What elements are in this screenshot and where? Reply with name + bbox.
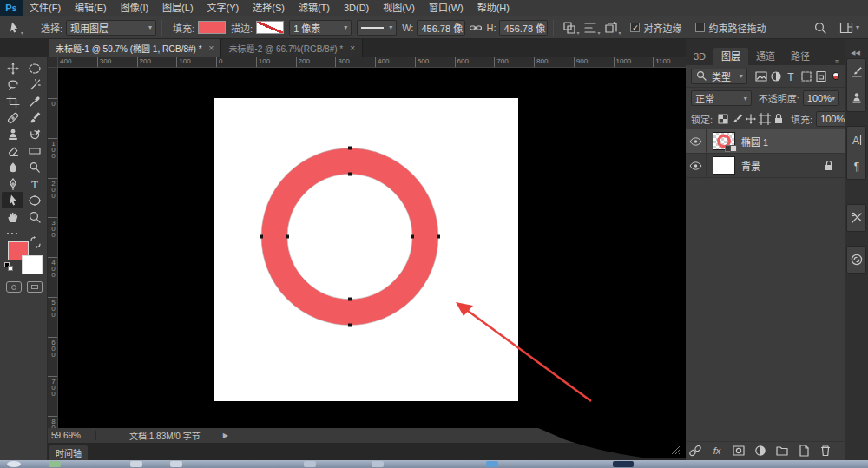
taskbar-icon[interactable] [486, 461, 498, 467]
search-icon[interactable] [813, 21, 827, 35]
hand-tool[interactable] [2, 208, 23, 225]
menu-item-帮助[interactable]: 帮助(H) [470, 0, 516, 16]
screen-mode-button[interactable] [27, 281, 43, 293]
link-layers-button[interactable] [688, 444, 702, 458]
layer-thumbnail[interactable] [713, 156, 735, 175]
filter-shape-layers-button[interactable] [799, 69, 813, 84]
taskbar-icon[interactable] [170, 461, 182, 467]
collapse-dock-icon[interactable]: ◀◀ [851, 49, 860, 56]
edit-toolbar-icon[interactable] [5, 227, 19, 241]
panel-menu-icon[interactable]: ≡ [835, 58, 839, 65]
zoom-level-field[interactable]: 59.69% [51, 431, 96, 440]
ellipse-shape-tool[interactable] [23, 192, 45, 208]
current-tool-button[interactable]: ▾ [3, 19, 24, 36]
horizontal-ruler[interactable]: 4003002001000100200300400500600700800900… [58, 57, 686, 68]
panel-tab-路径[interactable]: 路径 [783, 48, 818, 65]
fill-color-swatch[interactable] [198, 21, 226, 34]
menu-item-选择[interactable]: 选择(S) [246, 0, 292, 16]
layer-style-button[interactable]: fx [710, 444, 724, 458]
lasso-tool[interactable] [2, 76, 23, 93]
lock-position-button[interactable] [744, 112, 758, 126]
taskbar-icon[interactable] [304, 461, 316, 467]
background-color-swatch[interactable] [22, 255, 43, 274]
taskbar-icon[interactable] [613, 461, 634, 467]
menu-item-窗口[interactable]: 窗口(W) [422, 0, 470, 16]
quick-mask-button[interactable] [6, 281, 22, 293]
ellipse-marquee-tool[interactable] [23, 60, 45, 76]
menu-item-编辑[interactable]: 编辑(E) [68, 0, 114, 16]
menu-item-文件[interactable]: 文件(F) [23, 0, 68, 16]
path-anchor-points[interactable] [260, 147, 440, 327]
history-brush-tool[interactable] [23, 126, 45, 142]
select-mode-dropdown[interactable]: 现用图层 ▾ [66, 20, 156, 36]
add-layer-mask-button[interactable] [732, 444, 746, 458]
ps-logo[interactable]: Ps [0, 0, 23, 16]
workspace-switcher-button[interactable]: ▾ [839, 21, 859, 35]
layer-visibility-toggle[interactable] [686, 154, 707, 177]
dodge-tool[interactable] [23, 159, 45, 175]
path-arrangement-button[interactable]: ▾ [601, 19, 621, 36]
move-tool[interactable] [2, 60, 23, 76]
layer-row[interactable]: 椭圆 1 [686, 129, 845, 154]
menu-item-滤镜[interactable]: 滤镜(T) [292, 0, 337, 16]
taskbar-icon[interactable] [49, 461, 61, 467]
new-layer-button[interactable] [797, 444, 811, 458]
path-operations-button[interactable]: ▾ [559, 19, 580, 36]
link-dimensions-icon[interactable] [469, 21, 483, 35]
constrain-path-drag-checkbox[interactable]: ✓ [695, 23, 705, 32]
new-adjustment-layer-button[interactable] [753, 444, 767, 458]
eyedropper-tool[interactable] [23, 93, 45, 109]
document-tab[interactable]: 未标题-2 @ 66.7%(RGB/8#) *× [221, 39, 363, 57]
close-tab-icon[interactable]: × [350, 43, 355, 53]
lock-image-pixels-button[interactable] [730, 112, 744, 126]
clone-stamp-tool[interactable] [2, 126, 23, 142]
swap-colors-icon[interactable] [29, 235, 43, 249]
document-tab[interactable]: 未标题-1 @ 59.7% (椭圆 1, RGB/8#) *× [49, 39, 221, 57]
close-tab-icon[interactable]: × [209, 43, 214, 53]
align-edges-checkbox[interactable]: ✓ [630, 23, 640, 32]
filter-smart-objects-button[interactable] [813, 69, 828, 84]
shape-height-input[interactable]: 456.78 像 [499, 20, 548, 36]
type-tool[interactable]: T [23, 175, 45, 192]
eraser-tool[interactable] [2, 142, 23, 159]
vertical-ruler[interactable]: 0100200300400500600700800 [48, 68, 58, 428]
creative-cloud-button[interactable] [847, 247, 865, 273]
path-selection-tool[interactable] [2, 192, 23, 208]
filter-type-layers-button[interactable]: T [784, 69, 799, 84]
filter-adjustment-layers-button[interactable] [768, 69, 783, 84]
shape-width-input[interactable]: 456.78 像 [417, 20, 465, 36]
red-ring-shape[interactable] [274, 161, 425, 313]
panel-tab-通道[interactable]: 通道 [748, 48, 783, 65]
default-colors-icon[interactable] [4, 262, 13, 271]
panel-tab-图层[interactable]: 图层 [713, 48, 748, 65]
taskbar-icon[interactable] [130, 461, 142, 467]
timeline-tab[interactable]: 时间轴 [49, 445, 88, 460]
ruler-origin-corner[interactable] [48, 57, 58, 68]
gradient-tool[interactable] [23, 142, 45, 159]
menu-item-图层[interactable]: 图层(L) [155, 0, 200, 16]
stroke-style-dropdown[interactable]: ▾ [357, 20, 397, 36]
paragraph-panel-button[interactable]: ¶ [847, 153, 865, 179]
menu-item-视图[interactable]: 视图(V) [376, 0, 422, 16]
windows-taskbar[interactable] [0, 460, 868, 468]
character-panel-button[interactable]: A [847, 127, 865, 153]
lock-artboard-button[interactable] [758, 112, 772, 126]
window-resize-grip[interactable] [668, 446, 681, 455]
layer-filter-toggle[interactable] [832, 72, 839, 80]
new-group-button[interactable] [775, 444, 789, 458]
clone-source-panel-button[interactable] [847, 85, 865, 111]
zoom-tool[interactable] [23, 208, 45, 225]
menu-item-3D[interactable]: 3D(D) [337, 0, 376, 16]
healing-brush-tool[interactable] [2, 109, 23, 126]
delete-layer-button[interactable] [819, 444, 832, 458]
menu-item-图像[interactable]: 图像(I) [114, 0, 155, 16]
filter-type-dropdown[interactable]: 类型 ▾ [691, 69, 747, 84]
canvas-viewport[interactable] [58, 68, 686, 428]
stroke-color-swatch[interactable] [256, 21, 284, 34]
path-alignment-button[interactable]: ▾ [580, 19, 601, 36]
brush-tool[interactable] [23, 109, 45, 126]
lock-transparent-pixels-button[interactable] [716, 112, 730, 126]
taskbar-icon[interactable] [372, 461, 384, 467]
menu-item-文字[interactable]: 文字(Y) [201, 0, 247, 16]
blend-mode-dropdown[interactable]: 正常 ▾ [691, 90, 752, 106]
